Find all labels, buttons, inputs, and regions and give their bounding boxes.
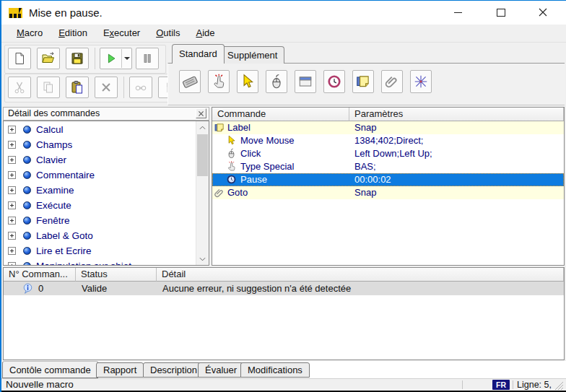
tree-scrollbar[interactable] (196, 121, 209, 265)
palette-window-button[interactable] (295, 70, 316, 93)
tab-standard[interactable]: Standard (172, 44, 225, 64)
tab-modifications[interactable]: Modifications (240, 362, 310, 378)
tab-rapport[interactable]: Rapport (96, 362, 144, 378)
scrollbar-thumb[interactable] (197, 134, 208, 176)
save-macro-button[interactable] (66, 48, 89, 69)
open-macro-button[interactable] (37, 48, 60, 69)
paste-button[interactable] (66, 77, 89, 98)
tree-item-calcul[interactable]: Calcul (4, 123, 209, 137)
menu-edition[interactable]: Edition (51, 25, 95, 42)
expand-plus-icon[interactable] (8, 201, 16, 209)
menu-outils[interactable]: Outils (148, 25, 188, 42)
expand-plus-icon[interactable] (8, 156, 16, 164)
sphere-icon (23, 141, 31, 149)
column-header-status[interactable]: Status (76, 268, 157, 282)
tab-supplement-label: Supplément (227, 50, 277, 61)
minimize-button[interactable] (441, 1, 474, 24)
delete-button[interactable] (95, 77, 118, 98)
expand-plus-icon[interactable] (8, 217, 16, 225)
sidebar-header: Détail des commandes (3, 107, 209, 121)
tree-item-manipulation[interactable]: Manipulation sur objet (4, 259, 209, 266)
new-macro-button[interactable] (8, 48, 31, 69)
palette-free-command-button[interactable] (410, 70, 432, 93)
cut-icon (12, 80, 27, 95)
expand-plus-icon[interactable] (8, 247, 16, 255)
line-indicator: Ligne: 5, (517, 379, 552, 391)
cut-button[interactable] (8, 77, 31, 98)
label-note-icon (355, 74, 371, 90)
command-row-goto[interactable]: Goto Snap (212, 186, 564, 199)
binoculars-icon (134, 80, 148, 95)
scroll-up-button[interactable] (196, 121, 209, 134)
expand-plus-icon[interactable] (8, 262, 16, 266)
command-row-label[interactable]: Label Snap (212, 121, 564, 134)
column-header-commande[interactable]: Commande (212, 108, 349, 121)
command-row-type-special[interactable]: Type Special BAS; (212, 160, 564, 173)
command-row-click[interactable]: Click Left Down;Left Up; (212, 147, 564, 160)
close-icon (539, 8, 547, 17)
palette-type-click-button[interactable] (208, 70, 230, 93)
expand-plus-icon[interactable] (8, 126, 16, 134)
language-badge[interactable]: FR (492, 380, 510, 390)
scroll-down-button[interactable] (196, 253, 209, 265)
command-row-move-mouse[interactable]: Move Mouse 1384;402;Direct; (212, 134, 564, 147)
sphere-icon (23, 217, 31, 225)
palette-goto-button[interactable] (381, 70, 403, 93)
expand-plus-icon[interactable] (8, 171, 16, 179)
palette-keyboard-button[interactable] (179, 70, 201, 93)
column-header-num[interactable]: N° Comman... (4, 268, 76, 282)
find-button[interactable] (129, 77, 152, 98)
column-header-detail[interactable]: Détail (157, 268, 564, 282)
info-icon (22, 283, 33, 294)
tab-description[interactable]: Description (143, 362, 204, 378)
tab-supplement[interactable]: Supplément (220, 46, 284, 64)
sphere-icon (23, 186, 31, 194)
menu-macro[interactable]: Macro (9, 25, 51, 42)
sphere-icon (23, 247, 31, 255)
column-header-parametres[interactable]: Paramètres (349, 108, 564, 121)
tree-item-lire-ecrire[interactable]: Lire et Ecrire (4, 244, 209, 258)
palette-move-mouse-button[interactable] (237, 70, 258, 93)
chevron-down-icon (199, 257, 206, 261)
menu-executer[interactable]: Executer (95, 25, 148, 42)
tree-item-fenetre[interactable]: Fenêtre (4, 214, 209, 228)
tree-item-execute[interactable]: Exécute (4, 199, 209, 213)
palette-click-button[interactable] (266, 70, 287, 93)
command-row-pause[interactable]: Pause 00:00:02 (212, 173, 564, 186)
expand-plus-icon[interactable] (8, 141, 16, 149)
tab-evaluer[interactable]: Évaluer (198, 362, 244, 378)
sidebar-close-button[interactable] (196, 108, 206, 118)
maximize-button[interactable] (484, 1, 518, 24)
expand-plus-icon[interactable] (8, 232, 16, 240)
type-click-icon (211, 74, 227, 90)
keyboard-icon (182, 74, 198, 90)
palette-pause-button[interactable] (323, 70, 345, 93)
validation-panel: N° Comman... Status Détail 0 Valide Aucu… (3, 267, 565, 360)
tree-item-label-goto[interactable]: Label & Goto (4, 229, 209, 243)
tab-controle-commande[interactable]: Contôle commande (2, 361, 98, 378)
pause-macro-button[interactable] (136, 48, 159, 69)
palette-label-button[interactable] (352, 70, 374, 93)
tree-item-clavier[interactable]: Clavier (4, 153, 209, 167)
type-click-icon (226, 161, 238, 173)
window-left-border (0, 0, 1, 392)
status-bar: Nouvelle macro FR Ligne: 5, (1, 378, 566, 391)
tree-item-champs[interactable]: Champs (4, 138, 209, 152)
tree-item-examine[interactable]: Examine (4, 183, 209, 198)
save-icon (70, 51, 84, 66)
run-macro-button[interactable] (100, 48, 132, 69)
copy-button[interactable] (37, 77, 60, 98)
tree-item-commentaire[interactable]: Commentaire (4, 168, 209, 183)
run-options-button[interactable] (122, 57, 131, 60)
new-document-icon (12, 51, 27, 66)
menu-aide[interactable]: Aide (188, 25, 222, 42)
paperclip-icon (384, 74, 400, 90)
close-button[interactable] (526, 1, 560, 24)
sidebar-title: Détail des commandes (8, 108, 100, 118)
dropdown-arrow-icon (124, 57, 130, 60)
validation-row[interactable]: 0 Valide Aucune erreur, ni suggestion n'… (4, 282, 564, 295)
sphere-icon (23, 156, 31, 164)
status-separator (513, 380, 513, 389)
sphere-icon (23, 126, 31, 134)
expand-plus-icon[interactable] (8, 186, 16, 194)
